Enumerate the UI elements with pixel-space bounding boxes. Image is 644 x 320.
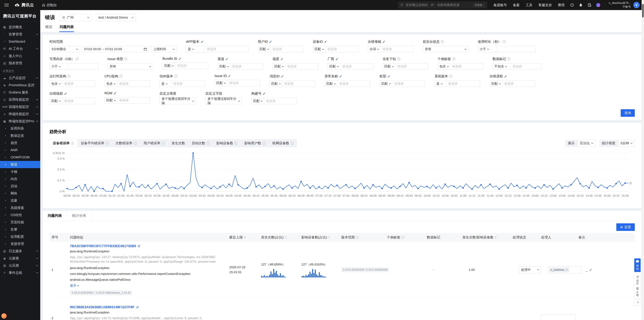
sidebar-item-前端性能监控[interactable]: RUM前端性能监控 xyxy=(0,103,40,110)
match-select[interactable]: 匹配 xyxy=(258,46,271,52)
sidebar-item-日志服务[interactable]: ▥日志服务 xyxy=(0,247,40,255)
sidebar-item-事件总线[interactable]: ≡事件总线 xyxy=(0,269,40,276)
sidebar-item-页面性能[interactable]: 页面性能 xyxy=(0,219,40,226)
handler-input[interactable] xyxy=(541,314,576,320)
status-select[interactable]: 处理中 xyxy=(519,266,541,273)
select-时间范围[interactable]: 5分钟聚合 xyxy=(50,46,80,52)
filter-input-异常名称[interactable] xyxy=(338,81,370,87)
stat-dimension-select[interactable]: 统计维度 5分钟 xyxy=(599,140,635,147)
filter-input-数据标记[interactable] xyxy=(511,64,541,70)
tab-问题列表[interactable]: 问题列表 xyxy=(59,23,74,32)
global-search[interactable]: 快捷键 / xyxy=(398,2,487,9)
issues-tab-问题列表[interactable]: 问题列表 xyxy=(43,211,67,220)
match-select[interactable]: 匹配 xyxy=(380,81,392,87)
sidebar-item-Prometheus 监控[interactable]: ◈Prometheus 监控 xyxy=(0,82,40,89)
sidebar-item-错误[interactable]: 错误 xyxy=(0,161,40,168)
match-select[interactable]: 匹配 xyxy=(383,64,396,70)
filter-input-个例标签[interactable] xyxy=(450,64,483,70)
account-info[interactable]: v_zbozhou@70... 子账号 xyxy=(608,1,631,9)
metric-tab-用户错误率[interactable]: 用户错误率i xyxy=(140,139,168,147)
select-前后台状态[interactable]: 所有 xyxy=(423,46,468,52)
sidebar-item-应用列表[interactable]: 应用列表 xyxy=(0,125,40,132)
sidebar-item-云压测[interactable]: ▨云压测 xyxy=(0,262,40,269)
sidebar-item-监控概览[interactable]: ▦监控概览 xyxy=(0,24,40,31)
sidebar-item-内存[interactable]: 内存 xyxy=(0,175,40,183)
sidebar-item-告警[interactable]: 告警 xyxy=(0,226,40,233)
select-自定义字段[interactable]: 多个值通过按回车分隔 xyxy=(206,98,242,104)
metric-tab-发生次数[interactable]: 发生次数 xyxy=(168,139,188,147)
remove-tag-icon[interactable]: ✕ xyxy=(566,268,568,271)
support-icon[interactable] xyxy=(570,3,574,7)
match-select[interactable]: 匹配 xyxy=(328,64,340,70)
sidebar-item-卡顿[interactable]: 卡顿 xyxy=(0,168,40,175)
sidebar-item-OS特性[interactable]: OS特性 xyxy=(0,211,40,219)
sidebar-item-网络[interactable]: 网络 xyxy=(0,190,40,197)
sidebar-item-应用性能监控[interactable]: ◎应用性能监控 xyxy=(0,96,40,103)
metric-tab-设备错误率[interactable]: 设备错误率i xyxy=(50,139,78,147)
match-select[interactable]: 包含 xyxy=(50,81,62,87)
column-header-最近上报[interactable]: 最近上报 xyxy=(227,235,259,240)
region-select[interactable]: 广州 xyxy=(59,14,92,21)
filter-input-ROM[interactable] xyxy=(118,97,150,103)
filter-input-用户ID[interactable] xyxy=(271,46,303,52)
match-select[interactable]: 是 xyxy=(160,81,172,87)
metric-tab-影响设备数[interactable]: 影响设备数i xyxy=(213,139,241,147)
filter-input-消息ID[interactable] xyxy=(282,81,315,87)
date-range-picker[interactable]: 07/22 00:00~ 07/22 23:59 xyxy=(82,46,149,52)
metric-tab-影响用户数[interactable]: 影响用户数i xyxy=(241,139,269,147)
consult-button[interactable]: 咨询 xyxy=(634,258,641,272)
query-button[interactable]: 查询 xyxy=(621,109,635,117)
metric-tab-设备平均错误率[interactable]: 设备平均错误率i xyxy=(78,139,112,147)
filter-input-机型[interactable] xyxy=(392,81,425,87)
metric-tab-次数错误率[interactable]: 次数错误率i xyxy=(112,139,140,147)
match-select[interactable]: 小于 xyxy=(478,46,497,52)
hamburger-menu-icon[interactable] xyxy=(4,4,9,6)
match-select[interactable]: 匹配 xyxy=(218,64,230,70)
search-input[interactable] xyxy=(405,3,472,7)
filter-input-SDK版本[interactable] xyxy=(172,81,205,87)
match-select[interactable]: 匹配 xyxy=(252,98,264,104)
match-select[interactable]: 匹配 xyxy=(105,97,118,103)
filter-input-渠道[interactable] xyxy=(230,64,263,70)
match-select[interactable]: 匹配 xyxy=(270,81,282,87)
match-select[interactable]: 不包含 xyxy=(493,64,511,70)
sidebar-item-崩溃[interactable]: 崩溃 xyxy=(0,139,40,147)
handler-input[interactable]: v_xuelmou✕ xyxy=(548,266,582,273)
match-select[interactable]: 匹配 xyxy=(325,81,338,87)
sidebar-item-资源管理[interactable]: 资源管理 xyxy=(0,240,40,247)
filter-input-使用时长（秒）[interactable] xyxy=(497,46,536,52)
console-link[interactable]: 控制台 xyxy=(42,3,57,8)
sidebar-item-云产品监控[interactable]: ☁云产品监控 xyxy=(0,74,40,82)
sidebar-item-终端性能监控Pro[interactable]: ▣终端性能监控Pro xyxy=(0,118,40,125)
match-select[interactable]: 匹配 xyxy=(50,98,62,104)
filter-input-运行时架构[interactable] xyxy=(62,81,95,87)
sidebar-item-流量[interactable]: 流量 xyxy=(0,197,40,204)
scrollbar-thumb[interactable] xyxy=(642,4,644,18)
match-select[interactable]: 匹配 xyxy=(163,63,176,69)
metric-tab-联网设备数[interactable]: 联网设备数i xyxy=(269,139,297,147)
avatar[interactable]: V xyxy=(633,2,640,8)
sidebar-item-Grafana 服务[interactable]: GGrafana 服务 xyxy=(0,89,40,96)
match-select[interactable]: 包含 xyxy=(438,64,450,70)
console-settings-icon[interactable] xyxy=(587,3,592,7)
match-select[interactable]: 分词 xyxy=(368,46,381,52)
topbar-link-客服支持[interactable]: 客服支持 xyxy=(538,3,552,8)
sidebar-item-高级搜索[interactable]: 高级搜索 xyxy=(0,204,40,211)
topbar-link-集团账号[interactable]: 集团账号 xyxy=(494,3,507,8)
app-select[interactable]: test / Android Demo xyxy=(96,14,136,21)
issues-tab-统计分布[interactable]: 统计分布 xyxy=(67,211,92,220)
edit-remark-icon[interactable] xyxy=(589,268,592,271)
rail-collapse-button[interactable] xyxy=(634,300,641,305)
select-Issue 类型[interactable]: 所有 xyxy=(108,63,153,70)
match-select[interactable]: 小于 xyxy=(50,64,68,70)
doc-button[interactable]: 文档 xyxy=(636,287,639,296)
filter-input-出错线程[interactable] xyxy=(62,98,95,104)
column-header-影响设备数(占比)[interactable]: 影响设备数(占比) xyxy=(299,235,339,240)
select-自定义维度[interactable]: 多个值通过按回车分隔 xyxy=(160,98,196,104)
sidebar-item-接入中心[interactable]: ◇接入中心 xyxy=(0,52,40,60)
sidebar-item-终端性能监控[interactable]: ◕终端性能监控 xyxy=(0,110,40,118)
filter-input-出错堆栈[interactable] xyxy=(381,46,413,52)
select-时间范围[interactable]: 上报时间 xyxy=(151,46,176,52)
bell-icon[interactable] xyxy=(578,3,583,7)
filter-input-出错进程[interactable] xyxy=(502,81,535,87)
